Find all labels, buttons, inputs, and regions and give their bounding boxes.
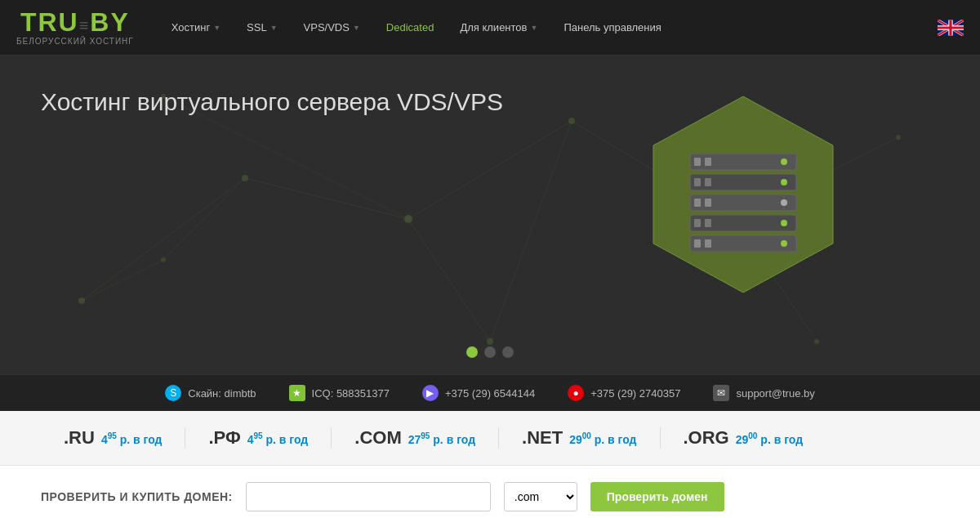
email-icon: ✉ <box>713 385 729 401</box>
nav-item-panel[interactable]: Панель управления <box>550 0 674 56</box>
domain-price-rf: 495 р. в год <box>247 431 309 446</box>
svg-line-10 <box>490 121 572 342</box>
domain-pricing-bar: .RU 495 р. в год .РФ 495 р. в год .COM 2… <box>0 411 980 465</box>
domain-price-org: 2900 р. в год <box>736 431 803 446</box>
nav-item-dedicated[interactable]: Dedicated <box>373 0 448 56</box>
nav-label-panel: Панель управления <box>564 21 661 33</box>
hero-section: Хостинг виртуального сервера VDS/VPS <box>0 56 980 374</box>
navigation: TRU≡BY БЕЛОРУССКИЙ ХОСТИНГ Хостинг ▼ SSL… <box>0 0 980 56</box>
nav-arrow-hosting: ▼ <box>213 24 220 32</box>
hero-title: Хостинг виртуального сервера VDS/VPS <box>0 56 980 116</box>
svg-point-30 <box>781 179 787 185</box>
domain-rf: .РФ 495 р. в год <box>185 427 332 449</box>
domain-ext-rf: .РФ <box>208 427 240 449</box>
svg-point-34 <box>781 199 787 206</box>
icq-icon: ★ <box>289 385 305 401</box>
domain-org: .ORG 2900 р. в год <box>661 427 826 449</box>
svg-line-1 <box>82 178 245 301</box>
domain-check-input[interactable] <box>246 482 491 511</box>
nav-item-clients[interactable]: Для клиентов ▼ <box>447 0 550 56</box>
svg-point-21 <box>814 339 819 344</box>
domain-ext-com: .COM <box>354 427 401 449</box>
carousel-dot-2[interactable] <box>484 346 496 358</box>
mts-text: +375 (29) 2740357 <box>590 387 680 400</box>
svg-rect-36 <box>694 219 701 227</box>
domain-net: .NET 2900 р. в год <box>499 427 660 449</box>
viber-icon: ▶ <box>422 385 439 401</box>
domain-ext-org: .ORG <box>684 427 729 449</box>
domain-ru: .RU 495 р. в год <box>41 427 185 449</box>
svg-rect-24 <box>694 158 701 166</box>
svg-rect-37 <box>705 219 711 227</box>
svg-point-42 <box>781 240 787 247</box>
contact-bar: S Скайн: dimbtb ★ ICQ: 588351377 ▶ +375 … <box>0 374 980 411</box>
domain-check-button[interactable]: Проверить домен <box>590 482 724 511</box>
svg-point-38 <box>781 220 787 226</box>
skype-icon: S <box>165 385 181 401</box>
svg-point-20 <box>487 338 493 345</box>
nav-arrow-ssl: ▼ <box>270 24 278 32</box>
nav-item-ssl[interactable]: SSL ▼ <box>234 0 291 56</box>
icq-text: ICQ: 588351377 <box>312 387 390 400</box>
svg-point-19 <box>161 257 166 262</box>
svg-rect-29 <box>705 178 711 186</box>
carousel-dot-3[interactable] <box>502 346 514 358</box>
domain-check-label: ПРОВЕРИТЬ И КУПИТЬ ДОМЕН: <box>41 490 233 503</box>
carousel-dots <box>466 346 514 358</box>
nav-links: Хостинг ▼ SSL ▼ VPS/VDS ▼ Dedicated Для … <box>158 0 938 56</box>
svg-line-2 <box>245 178 408 219</box>
svg-line-7 <box>408 219 490 342</box>
svg-rect-25 <box>705 158 711 166</box>
nav-item-hosting[interactable]: Хостинг ▼ <box>158 0 234 56</box>
domain-tld-select[interactable]: .com .ru .рф .net .org .by <box>504 482 577 511</box>
mts-icon: ● <box>568 385 584 401</box>
domain-check-bar: ПРОВЕРИТЬ И КУПИТЬ ДОМЕН: .com .ru .рф .… <box>0 465 980 518</box>
logo-subtitle: БЕЛОРУССКИЙ ХОСТИНГ <box>16 37 134 46</box>
nav-label-vpsvds: VPS/VDS <box>304 21 350 33</box>
domain-price-com: 2795 р. в год <box>408 431 475 446</box>
svg-point-17 <box>896 135 901 140</box>
carousel-dot-1[interactable] <box>466 346 478 358</box>
domain-com: .COM 2795 р. в год <box>332 427 499 449</box>
svg-point-13 <box>242 175 248 181</box>
svg-rect-33 <box>705 199 711 207</box>
contact-mts: ● +375 (29) 2740357 <box>568 385 680 401</box>
nav-arrow-vpsvds: ▼ <box>353 24 360 32</box>
email-text: support@true.by <box>736 387 814 400</box>
svg-rect-41 <box>705 239 711 248</box>
nav-label-clients: Для клиентов <box>460 21 527 33</box>
skype-text: Скайн: dimbtb <box>188 387 256 400</box>
svg-line-3 <box>408 121 572 219</box>
contact-skype: S Скайн: dimbtb <box>165 385 256 401</box>
nav-label-dedicated: Dedicated <box>386 21 434 33</box>
domain-price-net: 2900 р. в год <box>569 431 636 446</box>
svg-point-14 <box>404 215 412 223</box>
svg-rect-28 <box>694 178 701 186</box>
domain-price-ru: 495 р. в год <box>101 431 163 446</box>
language-flag[interactable] <box>938 20 964 36</box>
nav-item-vpsvds[interactable]: VPS/VDS ▼ <box>291 0 373 56</box>
svg-line-9 <box>82 260 163 301</box>
svg-point-26 <box>781 159 787 165</box>
contact-viber: ▶ +375 (29) 6544144 <box>422 385 535 401</box>
nav-arrow-clients: ▼ <box>530 24 537 32</box>
logo-text: TRU≡BY <box>20 9 130 35</box>
domain-ext-ru: .RU <box>64 427 95 449</box>
svg-point-15 <box>568 118 575 124</box>
svg-rect-32 <box>694 199 701 207</box>
contact-icq: ★ ICQ: 588351377 <box>289 385 390 401</box>
nav-right <box>938 20 964 36</box>
nav-label-hosting: Хостинг <box>172 21 210 33</box>
contact-email: ✉ support@true.by <box>713 385 814 401</box>
domain-ext-net: .NET <box>522 427 563 449</box>
uk-flag-icon <box>938 20 964 36</box>
svg-rect-40 <box>694 239 701 248</box>
logo[interactable]: TRU≡BY БЕЛОРУССКИЙ ХОСТИНГ <box>16 9 134 46</box>
svg-line-8 <box>163 178 245 260</box>
nav-label-ssl: SSL <box>247 21 267 33</box>
svg-point-12 <box>78 297 85 304</box>
viber-text: +375 (29) 6544144 <box>445 387 535 400</box>
